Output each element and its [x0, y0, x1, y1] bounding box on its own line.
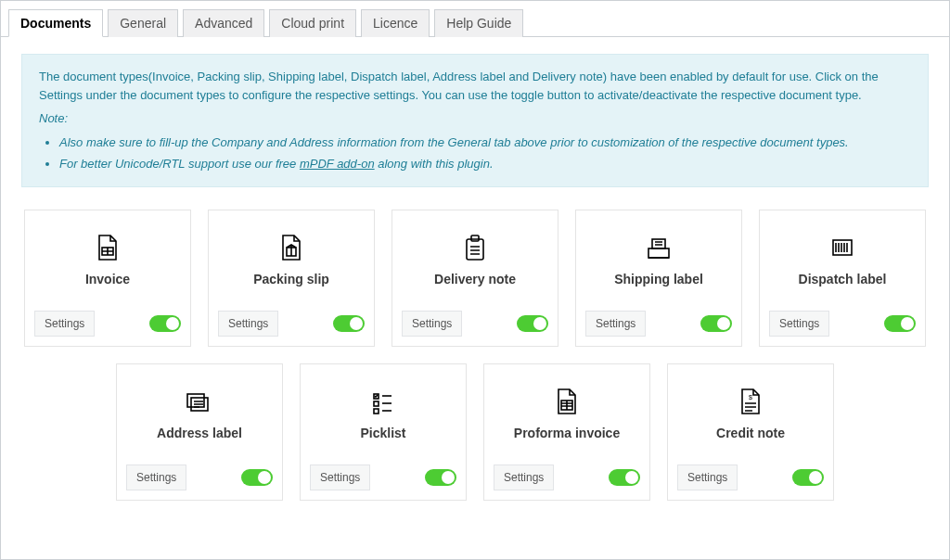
tab-documents[interactable]: Documents	[8, 9, 103, 37]
delivery-note-icon	[458, 231, 492, 264]
svg-rect-11	[374, 409, 379, 414]
svg-rect-5	[652, 239, 665, 248]
tab-general[interactable]: General	[108, 9, 178, 37]
card-proforma-invoice: Proforma invoice Settings	[483, 363, 650, 501]
settings-button-delivery-note[interactable]: Settings	[402, 311, 462, 337]
card-label: Proforma invoice	[514, 426, 620, 440]
svg-text:$: $	[749, 394, 752, 401]
card-credit-note: $ Credit note Settings	[667, 363, 834, 501]
svg-rect-7	[187, 394, 204, 407]
notice-note-heading: Note:	[39, 111, 68, 125]
settings-button-dispatch-label[interactable]: Settings	[769, 311, 829, 337]
settings-button-invoice[interactable]: Settings	[34, 311, 95, 337]
dispatch-label-icon	[826, 231, 859, 264]
settings-button-proforma-invoice[interactable]: Settings	[494, 465, 554, 490]
notice-box: The document types(Invoice, Packing slip…	[21, 54, 929, 187]
toggle-credit-note[interactable]	[792, 469, 824, 486]
svg-rect-2	[467, 239, 483, 260]
settings-button-shipping-label[interactable]: Settings	[585, 311, 646, 337]
cards-row-2: Address label Settings Picklist Settings…	[21, 363, 929, 501]
card-label: Dispatch label	[799, 272, 887, 286]
card-picklist: Picklist Settings	[300, 363, 467, 501]
card-dispatch-label: Dispatch label Settings	[759, 210, 926, 347]
card-label: Delivery note	[434, 272, 516, 286]
card-label: Picklist	[360, 426, 405, 440]
card-address-label: Address label Settings	[116, 363, 283, 501]
invoice-icon	[91, 231, 124, 264]
tabs-bar: Documents General Advanced Cloud print L…	[1, 1, 949, 37]
svg-rect-4	[648, 248, 669, 258]
shipping-label-icon	[642, 231, 675, 264]
toggle-packing-slip[interactable]	[333, 315, 365, 332]
card-label: Address label	[157, 426, 242, 440]
card-packing-slip: Packing slip Settings	[208, 210, 375, 347]
card-shipping-label: Shipping label Settings	[575, 210, 742, 347]
toggle-delivery-note[interactable]	[517, 315, 548, 332]
toggle-proforma-invoice[interactable]	[609, 469, 640, 486]
packing-slip-icon	[275, 231, 308, 264]
proforma-invoice-icon	[550, 385, 584, 418]
card-label: Credit note	[716, 426, 785, 440]
picklist-icon	[366, 385, 400, 418]
settings-button-address-label[interactable]: Settings	[126, 465, 186, 490]
mpdf-addon-link[interactable]: mPDF add-on	[300, 157, 375, 171]
card-invoice: Invoice Settings	[24, 210, 191, 347]
card-delivery-note: Delivery note Settings	[392, 210, 558, 347]
notice-bullet-1: Also make sure to fill-up the Company an…	[59, 134, 911, 152]
toggle-picklist[interactable]	[425, 469, 456, 486]
toggle-dispatch-label[interactable]	[884, 315, 916, 332]
svg-rect-3	[471, 235, 479, 241]
credit-note-icon: $	[734, 385, 767, 418]
address-label-icon	[183, 385, 216, 418]
toggle-address-label[interactable]	[241, 469, 273, 486]
notice-bullet-2: For better Unicode/RTL support use our f…	[59, 155, 911, 173]
tab-licence[interactable]: Licence	[361, 9, 430, 37]
tab-advanced[interactable]: Advanced	[183, 9, 264, 37]
tab-cloud-print[interactable]: Cloud print	[269, 9, 356, 37]
toggle-invoice[interactable]	[149, 315, 181, 332]
content-panel: The document types(Invoice, Packing slip…	[1, 37, 949, 534]
card-label: Shipping label	[614, 272, 703, 286]
settings-button-packing-slip[interactable]: Settings	[218, 311, 278, 337]
card-label: Packing slip	[253, 272, 329, 286]
svg-rect-10	[374, 401, 379, 406]
toggle-shipping-label[interactable]	[700, 315, 732, 332]
card-label: Invoice	[85, 272, 130, 286]
settings-button-credit-note[interactable]: Settings	[677, 465, 738, 490]
settings-button-picklist[interactable]: Settings	[310, 465, 370, 490]
tab-help-guide[interactable]: Help Guide	[434, 9, 523, 37]
notice-intro: The document types(Invoice, Packing slip…	[39, 68, 911, 104]
cards-row-1: Invoice Settings Packing slip Settings D…	[21, 210, 929, 347]
